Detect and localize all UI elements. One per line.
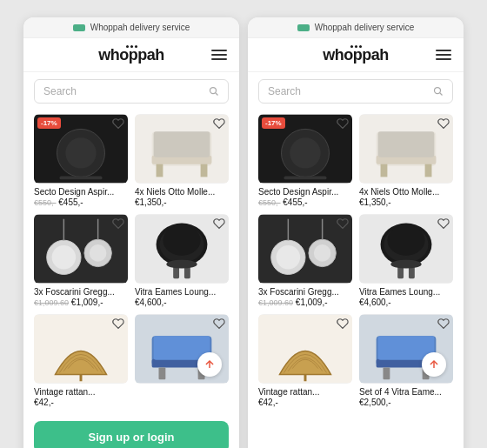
search-bar[interactable]: Search xyxy=(34,79,229,104)
products-grid: -17%Secto Design Aspir...€550,- €455,- 4… xyxy=(23,110,239,418)
product-card[interactable] xyxy=(131,311,232,411)
product-name: Vitra Eames Loung... xyxy=(359,287,453,297)
product-card[interactable]: Vintage rattan...€42,- xyxy=(30,311,131,411)
product-price: €1,009.60 €1,009,- xyxy=(34,298,128,307)
product-name: 3x Foscarini Gregg... xyxy=(34,287,128,297)
svg-point-60 xyxy=(387,225,424,256)
favorite-button[interactable] xyxy=(437,318,450,333)
svg-point-39 xyxy=(290,137,320,168)
favorite-button[interactable] xyxy=(213,217,225,233)
favorite-button[interactable] xyxy=(213,117,225,133)
favorite-button[interactable] xyxy=(112,217,124,233)
product-name: Vintage rattan... xyxy=(258,387,352,397)
product-image xyxy=(359,214,453,284)
delivery-icon xyxy=(297,24,310,31)
svg-rect-46 xyxy=(378,131,435,157)
product-image xyxy=(359,314,453,384)
product-current-price: €1,009,- xyxy=(71,298,103,307)
product-name: 3x Foscarini Gregg... xyxy=(258,287,352,297)
svg-rect-31 xyxy=(158,368,165,380)
product-card[interactable]: -17%Secto Design Aspir...€550,- €455,- xyxy=(255,110,356,211)
product-price: €1,350,- xyxy=(359,197,453,207)
delivery-bar: Whoppah delivery service xyxy=(23,17,239,38)
favorite-button[interactable] xyxy=(213,318,225,333)
favorite-button[interactable] xyxy=(112,117,124,133)
hamburger-menu[interactable] xyxy=(436,50,451,60)
logo-text: whoppah xyxy=(323,46,389,64)
svg-point-0 xyxy=(210,88,217,94)
search-bar[interactable]: Search xyxy=(258,79,453,104)
product-card[interactable]: Vitra Eames Loung...€4,600,- xyxy=(356,211,457,311)
delivery-text: Whoppah delivery service xyxy=(90,23,190,32)
product-price: €550,- €455,- xyxy=(34,197,128,207)
product-image xyxy=(359,114,453,184)
product-price: €1,009.60 €1,009,- xyxy=(258,298,352,307)
svg-point-59 xyxy=(390,260,421,269)
product-price: €1,350,- xyxy=(135,197,229,207)
product-old-price: €1,009.60 xyxy=(258,298,293,307)
product-name: Vintage rattan... xyxy=(34,387,128,397)
svg-rect-40 xyxy=(284,176,326,179)
logo-text: whoppah xyxy=(98,46,164,64)
product-price: €42,- xyxy=(258,398,352,407)
delivery-bar: Whoppah delivery service xyxy=(248,17,464,38)
product-card[interactable]: Set of 4 Vitra Eame...€2,500,- xyxy=(356,311,457,411)
delivery-icon xyxy=(73,24,85,31)
favorite-button[interactable] xyxy=(337,318,349,333)
product-name: Secto Design Aspir... xyxy=(34,187,128,197)
scroll-up-button[interactable] xyxy=(422,352,446,377)
search-placeholder: Search xyxy=(43,85,202,97)
product-image xyxy=(34,214,128,284)
svg-point-16 xyxy=(90,244,107,262)
hamburger-line xyxy=(211,50,227,51)
product-card[interactable]: 4x Niels Otto Molle...€1,350,- xyxy=(131,110,232,211)
svg-point-4 xyxy=(65,137,96,168)
product-card[interactable]: -17%Secto Design Aspir...€550,- €455,- xyxy=(30,110,131,211)
app-header: whoppah xyxy=(23,38,239,72)
svg-point-25 xyxy=(163,225,200,256)
scroll-up-button[interactable] xyxy=(197,352,222,377)
product-image xyxy=(34,314,128,384)
product-price: €42,- xyxy=(34,398,128,407)
product-current-price: €455,- xyxy=(283,197,307,207)
hamburger-line xyxy=(211,58,227,60)
phone-left: Whoppah delivery service whoppah Search xyxy=(23,17,239,448)
product-current-price: €455,- xyxy=(58,197,83,207)
product-current-price: €1,009,- xyxy=(296,298,328,307)
favorite-button[interactable] xyxy=(437,217,450,233)
svg-point-14 xyxy=(52,245,76,269)
product-card[interactable]: 3x Foscarini Gregg...€1,009.60 €1,009,- xyxy=(255,211,356,311)
product-price: €4,600,- xyxy=(135,298,229,307)
favorite-button[interactable] xyxy=(437,117,450,133)
signup-button[interactable]: Sign up or login xyxy=(34,421,229,448)
svg-rect-66 xyxy=(383,368,390,380)
search-icon xyxy=(433,86,444,97)
product-name: Vitra Eames Loung... xyxy=(135,287,229,297)
phones-container: Whoppah delivery service whoppah Search xyxy=(6,0,481,448)
product-card[interactable]: Vintage rattan...€42,- xyxy=(255,311,356,411)
product-price: €2,500,- xyxy=(359,398,453,407)
phone-right: Whoppah delivery service whoppah Search xyxy=(248,17,464,448)
product-name: 4x Niels Otto Molle... xyxy=(359,187,453,197)
svg-point-49 xyxy=(277,245,300,269)
product-old-price: €1,009.60 xyxy=(34,298,69,307)
hamburger-menu[interactable] xyxy=(211,50,227,60)
product-image xyxy=(258,214,352,284)
products-grid: -17%Secto Design Aspir...€550,- €455,- 4… xyxy=(248,110,464,418)
svg-point-35 xyxy=(435,88,441,94)
discount-badge: -17% xyxy=(37,117,61,129)
product-card[interactable]: 4x Niels Otto Molle...€1,350,- xyxy=(356,110,457,211)
favorite-button[interactable] xyxy=(337,117,349,133)
app-header: whoppah xyxy=(248,38,464,72)
product-card[interactable]: 3x Foscarini Gregg...€1,009.60 €1,009,- xyxy=(30,211,131,311)
svg-point-51 xyxy=(314,244,331,262)
product-old-price: €550,- xyxy=(258,198,281,207)
hamburger-line xyxy=(436,50,451,51)
product-image xyxy=(135,314,229,384)
favorite-button[interactable] xyxy=(337,217,349,233)
favorite-button[interactable] xyxy=(112,318,124,333)
product-image xyxy=(135,214,229,284)
svg-point-24 xyxy=(166,260,197,269)
product-price: €4,600,- xyxy=(359,298,453,307)
product-card[interactable]: Vitra Eames Loung...€4,600,- xyxy=(131,211,232,311)
